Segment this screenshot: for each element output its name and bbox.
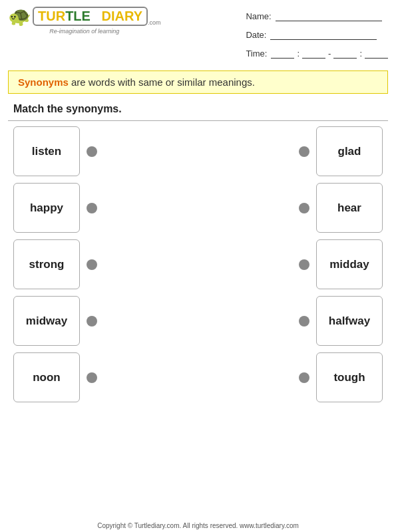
dot-right-4[interactable]: [299, 316, 309, 327]
instructions: Match the synonyms.: [0, 98, 396, 118]
right-row-3: midday: [299, 239, 383, 289]
definition-banner: Synonyms are words with same or similar …: [8, 70, 388, 94]
match-row-4: midway halfway: [13, 296, 383, 346]
logo: 🐢 TURTLE DIARY .com Re-imagination of le…: [8, 5, 161, 35]
left-row-4: midway: [13, 296, 97, 346]
word-card-listen: listen: [13, 126, 80, 176]
dot-left-5[interactable]: [87, 372, 97, 383]
left-row-1: listen: [13, 126, 97, 176]
com-text: .com: [148, 19, 161, 26]
date-label: Date:: [246, 27, 266, 44]
word-card-midway: midway: [13, 296, 80, 346]
dot-right-2[interactable]: [299, 203, 309, 213]
left-row-2: happy: [13, 183, 97, 233]
right-row-1: glad: [299, 126, 383, 176]
left-row-3: strong: [13, 239, 97, 289]
match-container: listen glad happy hear s: [0, 126, 396, 402]
dot-left-2[interactable]: [87, 203, 97, 213]
right-row-2: hear: [299, 183, 383, 233]
footer: Copyright © Turtlediary.com. All rights …: [0, 522, 396, 529]
match-row-1: listen glad: [13, 126, 383, 176]
word-card-noon: noon: [13, 352, 80, 402]
dot-left-4[interactable]: [87, 316, 97, 327]
word-card-halfway: halfway: [316, 296, 383, 346]
word-card-tough: tough: [316, 352, 383, 402]
word-card-strong: strong: [13, 239, 80, 289]
match-row-5: noon tough: [13, 352, 383, 402]
right-row-4: halfway: [299, 296, 383, 346]
word-card-midday: midday: [316, 239, 383, 289]
word-card-happy: happy: [13, 183, 80, 233]
dot-right-5[interactable]: [299, 372, 309, 383]
banner-text: are words with same or similar meanings.: [69, 76, 255, 88]
right-row-5: tough: [299, 352, 383, 402]
name-date-time: Name: Date: Time: : - :: [246, 5, 388, 64]
match-row-2: happy hear: [13, 183, 383, 233]
time-label: Time:: [246, 45, 267, 63]
header: 🐢 TURTLE DIARY .com Re-imagination of le…: [0, 0, 396, 66]
turtle-icon: 🐢: [8, 5, 31, 27]
logo-text: TURTLE DIARY: [33, 7, 148, 26]
tagline: Re-imagination of learning: [49, 28, 119, 35]
date-underline: [270, 31, 377, 40]
name-label: Name:: [246, 8, 271, 25]
divider: [8, 120, 388, 121]
word-card-hear: hear: [316, 183, 383, 233]
dot-right-1[interactable]: [299, 146, 309, 157]
time-fields: : - :: [271, 45, 388, 63]
dot-left-3[interactable]: [87, 259, 97, 270]
left-row-5: noon: [13, 352, 97, 402]
word-card-glad: glad: [316, 126, 383, 176]
dot-left-1[interactable]: [87, 146, 97, 157]
match-row-3: strong midday: [13, 239, 383, 289]
name-underline: [276, 12, 382, 21]
synonym-word: Synonyms: [18, 76, 69, 88]
dot-right-3[interactable]: [299, 259, 309, 270]
